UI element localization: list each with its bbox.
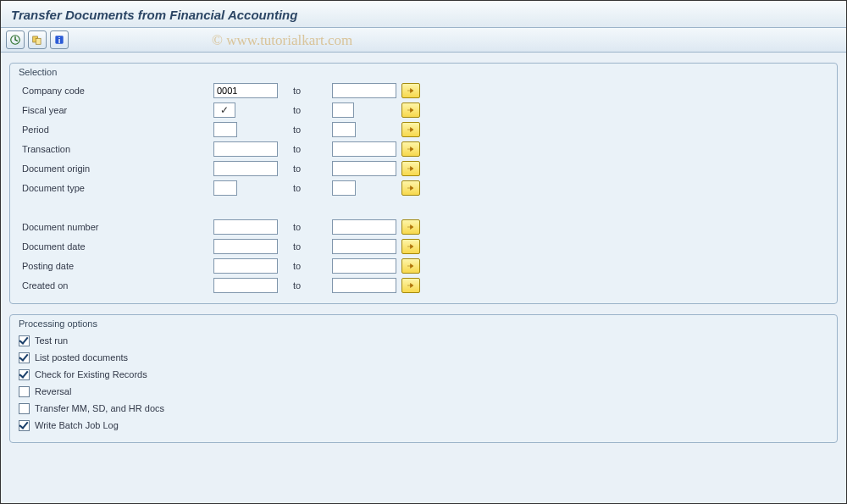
- to-label: to: [283, 241, 330, 252]
- to-input[interactable]: [332, 83, 396, 98]
- field-label: Fiscal year: [19, 105, 212, 115]
- execute-button[interactable]: [6, 30, 25, 49]
- option-label: Test run: [35, 335, 68, 346]
- selection-row: Document typeto: [19, 178, 828, 197]
- selection-group: Selection Company codetoFiscal year✓toPe…: [9, 63, 838, 304]
- to-checkbox[interactable]: [332, 102, 354, 118]
- value-checkbox[interactable]: ✓: [213, 102, 235, 118]
- to-input[interactable]: [332, 141, 396, 157]
- to-label: to: [283, 105, 330, 115]
- field-label: Document origin: [19, 163, 212, 174]
- selection-row: Fiscal year✓to: [19, 100, 828, 119]
- field-label: Created on: [19, 280, 212, 291]
- selection-row: Document dateto: [19, 236, 828, 256]
- information-button[interactable]: i: [50, 30, 69, 49]
- selection-row: Document originto: [19, 158, 828, 178]
- processing-option: Reversal: [19, 383, 828, 400]
- to-label: to: [283, 261, 330, 271]
- option-label: Reversal: [35, 386, 71, 396]
- multiple-selection-button[interactable]: [401, 83, 420, 98]
- option-label: Transfer MM, SD, and HR docs: [35, 403, 164, 413]
- selection-row: Created onto: [19, 275, 828, 295]
- field-label: Document number: [19, 222, 212, 232]
- arrow-right-icon: [405, 183, 417, 193]
- arrow-right-icon: [405, 241, 417, 252]
- clock-icon: [9, 34, 21, 46]
- processing-group: Processing options Test runList posted d…: [9, 314, 838, 443]
- arrow-right-icon: [405, 144, 417, 154]
- multiple-selection-button[interactable]: [401, 180, 420, 196]
- option-checkbox[interactable]: [19, 403, 30, 414]
- app-toolbar: i: [1, 28, 846, 53]
- info-icon: i: [53, 34, 65, 46]
- field-label: Document date: [19, 241, 212, 252]
- to-label: to: [283, 183, 330, 193]
- arrow-right-icon: [405, 86, 417, 96]
- from-input[interactable]: [213, 180, 237, 196]
- from-input[interactable]: [213, 278, 278, 293]
- to-input[interactable]: [332, 278, 396, 293]
- selection-title: Selection: [19, 67, 828, 77]
- processing-option: Check for Existing Records: [19, 366, 828, 383]
- processing-title: Processing options: [19, 318, 828, 329]
- arrow-right-icon: [405, 163, 417, 174]
- option-checkbox[interactable]: [19, 420, 30, 431]
- get-variant-button[interactable]: [28, 30, 47, 49]
- to-label: to: [283, 125, 330, 135]
- option-checkbox[interactable]: [19, 335, 30, 346]
- to-label: to: [283, 163, 330, 174]
- from-input[interactable]: [213, 258, 278, 274]
- to-input[interactable]: [332, 219, 396, 235]
- to-input[interactable]: [332, 180, 356, 196]
- option-checkbox[interactable]: [19, 352, 30, 363]
- selection-row: Company codeto: [19, 80, 828, 100]
- variant-icon: [31, 34, 43, 46]
- selection-row: Document numberto: [19, 217, 828, 236]
- to-input[interactable]: [332, 258, 396, 274]
- svg-rect-2: [36, 38, 41, 44]
- multiple-selection-button[interactable]: [401, 219, 420, 235]
- from-input[interactable]: [213, 161, 278, 176]
- to-input[interactable]: [332, 239, 396, 254]
- field-label: Company code: [19, 86, 212, 96]
- check-mark: ✓: [220, 105, 229, 115]
- processing-option: List posted documents: [19, 349, 828, 366]
- multiple-selection-button[interactable]: [401, 239, 420, 254]
- selection-row: Periodto: [19, 119, 828, 139]
- arrow-right-icon: [405, 105, 417, 115]
- multiple-selection-button[interactable]: [401, 278, 420, 293]
- processing-option: Transfer MM, SD, and HR docs: [19, 400, 828, 417]
- field-label: Transaction: [19, 144, 212, 154]
- option-checkbox[interactable]: [19, 386, 30, 397]
- to-input[interactable]: [332, 122, 356, 137]
- selection-row: Transactionto: [19, 139, 828, 158]
- from-input[interactable]: [213, 122, 237, 137]
- from-input[interactable]: [213, 141, 278, 157]
- to-label: to: [283, 86, 330, 96]
- to-label: to: [283, 280, 330, 291]
- arrow-right-icon: [405, 222, 417, 232]
- arrow-right-icon: [405, 125, 417, 135]
- from-input[interactable]: [213, 219, 278, 235]
- multiple-selection-button[interactable]: [401, 258, 420, 274]
- option-checkbox[interactable]: [19, 369, 30, 380]
- to-input[interactable]: [332, 161, 396, 176]
- multiple-selection-button[interactable]: [401, 161, 420, 176]
- from-input[interactable]: [213, 83, 278, 98]
- option-label: List posted documents: [35, 352, 128, 363]
- multiple-selection-button[interactable]: [401, 102, 420, 118]
- from-input[interactable]: [213, 239, 278, 254]
- processing-option: Test run: [19, 332, 828, 349]
- arrow-right-icon: [405, 261, 417, 271]
- field-label: Posting date: [19, 261, 212, 271]
- processing-option: Write Batch Job Log: [19, 417, 828, 434]
- page-title: Transfer Documents from Financial Accoun…: [1, 1, 846, 28]
- multiple-selection-button[interactable]: [401, 122, 420, 137]
- option-label: Write Batch Job Log: [35, 420, 119, 430]
- selection-row: Posting dateto: [19, 256, 828, 275]
- field-label: Period: [19, 125, 212, 135]
- field-label: Document type: [19, 183, 212, 193]
- multiple-selection-button[interactable]: [401, 141, 420, 157]
- arrow-right-icon: [405, 280, 417, 291]
- svg-text:i: i: [58, 36, 61, 45]
